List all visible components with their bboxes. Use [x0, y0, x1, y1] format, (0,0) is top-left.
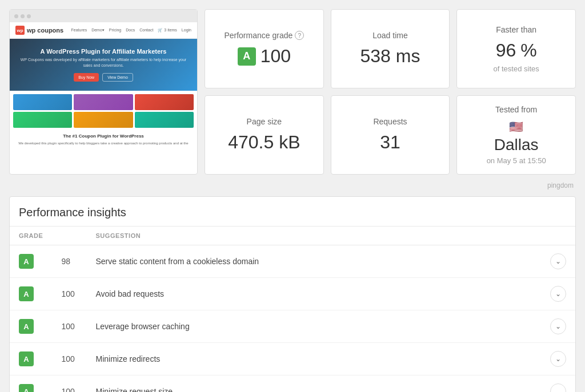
row-score-cell: 100 [52, 375, 86, 393]
page-size-value: 470.5 kB [228, 132, 300, 153]
top-section: wp wp coupons Features Demo▾ Pricing Doc… [9, 9, 576, 175]
row-grade-badge: A [19, 254, 34, 269]
row-grade-badge: A [19, 319, 34, 334]
hero-buy-button[interactable]: Buy Now [74, 73, 99, 82]
faster-than-value: 96 % [496, 40, 537, 61]
requests-label: Requests [373, 117, 407, 126]
row-suggestion-cell: Minimize request size [86, 375, 541, 393]
metric-load-time: Load time 538 ms [331, 9, 450, 88]
preview-inner: wp wp coupons Features Demo▾ Pricing Doc… [10, 10, 197, 147]
thumb-4 [13, 112, 72, 128]
nav-item-6: 🛒 3 items [158, 28, 177, 33]
site-footer-sub: We developed this plugin specifically to… [10, 141, 197, 147]
faster-than-unit: % [520, 40, 536, 61]
performance-grade-badge: A [238, 47, 256, 66]
thumb-3 [135, 94, 194, 110]
col-score-header [52, 227, 86, 245]
row-grade-cell: A [10, 375, 52, 393]
table-row: A 100 Avoid bad requests ⌄ [10, 278, 575, 310]
row-score-cell: 100 [52, 278, 86, 310]
metrics-grid: Performance grade ? A 100 Load time 538 … [205, 9, 576, 175]
browser-dot-1 [14, 14, 18, 18]
row-grade-badge: A [19, 286, 34, 301]
expand-button[interactable]: ⌄ [550, 318, 566, 334]
row-grade-cell: A [10, 343, 52, 375]
col-expand-header [541, 227, 575, 245]
row-grade-badge: A [19, 351, 34, 366]
col-grade: Grade [10, 227, 52, 245]
screenshot-grid [10, 91, 197, 131]
row-suggestion-cell: Serve static content from a cookieless d… [86, 245, 541, 278]
metric-faster-than: Faster than 96 % of tested sites [456, 9, 576, 88]
faster-than-sub: of tested sites [494, 64, 539, 73]
site-logo: wp wp coupons [15, 26, 63, 35]
site-footer-title: The #1 Coupon Plugin for WordPress [10, 131, 197, 141]
row-score-cell: 100 [52, 343, 86, 375]
hero-buttons: Buy Now View Demo [15, 73, 191, 82]
row-grade-cell: A [10, 310, 52, 343]
browser-dot-2 [21, 14, 25, 18]
row-expand-cell: ⌄ [541, 278, 575, 310]
insights-section: Performance insights Grade Suggestion A … [9, 196, 576, 392]
nav-item-2: Demo▾ [91, 28, 105, 33]
main-container: wp wp coupons Features Demo▾ Pricing Doc… [0, 0, 585, 392]
logo-text: wp coupons [27, 27, 63, 34]
metric-performance-grade: Performance grade ? A 100 [205, 9, 324, 88]
table-row: A 98 Serve static content from a cookiel… [10, 245, 575, 278]
metric-page-size: Page size 470.5 kB [205, 95, 324, 175]
faster-than-label: Faster than [496, 25, 536, 34]
performance-grade-score: 100 [261, 46, 291, 67]
tested-from-label: Tested from [495, 105, 537, 114]
insights-table: Grade Suggestion A 98 Serve static conte… [10, 226, 575, 392]
nav-item-5: Contact [139, 28, 153, 33]
row-expand-cell: ⌄ [541, 245, 575, 278]
thumb-6 [135, 112, 194, 128]
faster-than-number: 96 [496, 40, 516, 61]
insights-table-body: A 98 Serve static content from a cookiel… [10, 245, 575, 393]
page-size-label: Page size [247, 117, 282, 126]
row-suggestion-cell: Leverage browser caching [86, 310, 541, 343]
metric-tested-from: Tested from 🇺🇸 Dallas on May 5 at 15:50 [456, 95, 576, 175]
logo-icon: wp [15, 26, 25, 35]
load-time-label: Load time [372, 31, 407, 40]
load-time-value: 538 ms [360, 46, 420, 67]
expand-button[interactable]: ⌄ [550, 351, 566, 367]
performance-grade-help[interactable]: ? [295, 31, 304, 40]
site-header: wp wp coupons Features Demo▾ Pricing Doc… [10, 22, 197, 39]
nav-item-4: Docs [126, 28, 135, 33]
metric-requests: Requests 31 [331, 95, 450, 175]
browser-dot-3 [27, 14, 31, 18]
nav-item-1: Features [71, 28, 87, 33]
tested-from-flag: 🇺🇸 [509, 120, 523, 134]
browser-bar [10, 10, 197, 22]
hero-demo-button[interactable]: View Demo [102, 73, 133, 82]
row-expand-cell: ⌄ [541, 375, 575, 393]
nav-item-7: Login [182, 28, 191, 33]
preview-content: wp wp coupons Features Demo▾ Pricing Doc… [10, 22, 197, 147]
row-suggestion-cell: Minimize redirects [86, 343, 541, 375]
thumb-5 [74, 112, 133, 128]
hero-subtitle: WP Coupons was developed by affiliate ma… [15, 57, 191, 68]
insights-title: Performance insights [10, 197, 575, 226]
insights-table-header: Grade Suggestion [10, 227, 575, 245]
row-grade-cell: A [10, 245, 52, 278]
expand-button[interactable]: ⌄ [550, 286, 566, 302]
thumb-2 [74, 94, 133, 110]
row-expand-cell: ⌄ [541, 343, 575, 375]
row-score-cell: 98 [52, 245, 86, 278]
tested-from-city: Dallas [494, 136, 539, 154]
performance-grade-label: Performance grade ? [224, 31, 304, 40]
tested-from-date: on May 5 at 15:50 [487, 156, 546, 165]
hero-title: A WordPress Plugin for Affiliate Markete… [15, 48, 191, 55]
performance-grade-value: A 100 [238, 46, 291, 67]
nav-item-3: Pricing [109, 28, 121, 33]
row-score-cell: 100 [52, 310, 86, 343]
row-grade-badge: A [19, 384, 34, 392]
table-row: A 100 Leverage browser caching ⌄ [10, 310, 575, 343]
row-grade-cell: A [10, 278, 52, 310]
hero-area: A WordPress Plugin for Affiliate Markete… [10, 39, 197, 91]
site-nav: Features Demo▾ Pricing Docs Contact 🛒 3 … [71, 28, 191, 33]
row-expand-cell: ⌄ [541, 310, 575, 343]
expand-button[interactable]: ⌄ [550, 253, 566, 269]
expand-button[interactable]: ⌄ [550, 383, 566, 392]
